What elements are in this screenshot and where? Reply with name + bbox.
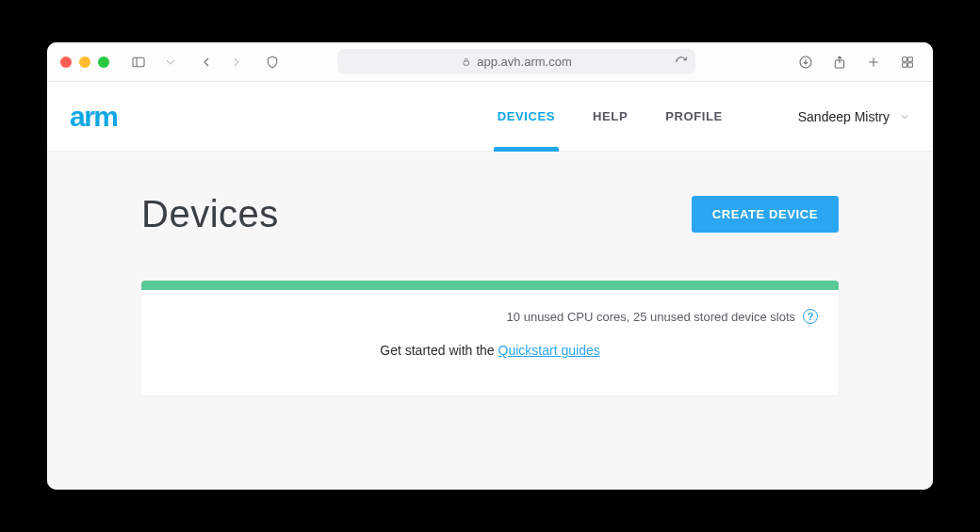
page-content: Devices CREATE DEVICE 10 unused CPU core… bbox=[47, 152, 933, 490]
help-icon[interactable]: ? bbox=[803, 309, 818, 324]
nav-profile[interactable]: PROFILE bbox=[665, 82, 723, 151]
chevron-down-icon bbox=[899, 111, 910, 122]
back-button[interactable] bbox=[194, 50, 219, 74]
app-header: arm DEVICES HELP PROFILE Sandeep Mistry bbox=[47, 82, 933, 152]
quickstart-link[interactable]: Quickstart guides bbox=[498, 343, 600, 358]
svg-rect-9 bbox=[903, 56, 907, 61]
page-header: Devices CREATE DEVICE bbox=[141, 193, 839, 235]
devices-card: 10 unused CPU cores, 25 unused stored de… bbox=[141, 281, 839, 395]
window-controls bbox=[60, 56, 109, 68]
privacy-report-button[interactable] bbox=[260, 50, 285, 74]
user-display-name: Sandeep Mistry bbox=[798, 109, 890, 124]
svg-rect-0 bbox=[133, 57, 144, 66]
top-nav: DEVICES HELP PROFILE Sandeep Mistry bbox=[498, 82, 910, 151]
address-bar[interactable]: app.avh.arm.com bbox=[337, 49, 695, 74]
usage-summary: 10 unused CPU cores, 25 unused stored de… bbox=[162, 309, 818, 324]
new-tab-button[interactable] bbox=[861, 50, 886, 74]
getting-started-prefix: Get started with the bbox=[380, 343, 498, 358]
nav-devices[interactable]: DEVICES bbox=[498, 82, 555, 151]
downloads-button[interactable] bbox=[793, 50, 818, 74]
usage-text: 10 unused CPU cores, 25 unused stored de… bbox=[507, 310, 795, 324]
svg-rect-11 bbox=[903, 62, 907, 67]
sidebar-dropdown-icon[interactable] bbox=[158, 50, 183, 74]
arm-logo[interactable]: arm bbox=[70, 101, 118, 133]
browser-toolbar: app.avh.arm.com bbox=[47, 42, 933, 82]
getting-started-text: Get started with the Quickstart guides bbox=[162, 343, 818, 358]
minimize-window-button[interactable] bbox=[79, 56, 90, 68]
maximize-window-button[interactable] bbox=[98, 56, 109, 68]
share-button[interactable] bbox=[827, 50, 852, 74]
address-bar-text: app.avh.arm.com bbox=[477, 55, 571, 69]
nav-help[interactable]: HELP bbox=[593, 82, 628, 151]
lock-icon bbox=[461, 56, 471, 67]
reload-icon[interactable] bbox=[675, 56, 688, 69]
tabs-overview-button[interactable] bbox=[895, 50, 920, 74]
close-window-button[interactable] bbox=[60, 56, 72, 68]
svg-rect-10 bbox=[908, 56, 913, 61]
forward-button[interactable] bbox=[224, 50, 249, 74]
sidebar-toggle-button[interactable] bbox=[126, 50, 151, 74]
page-title: Devices bbox=[141, 193, 279, 235]
svg-rect-12 bbox=[908, 62, 913, 67]
browser-window: app.avh.arm.com arm DEVICES HELP PROFILE bbox=[47, 42, 933, 490]
create-device-button[interactable]: CREATE DEVICE bbox=[692, 196, 839, 233]
svg-rect-2 bbox=[464, 61, 469, 65]
user-menu[interactable]: Sandeep Mistry bbox=[798, 109, 910, 124]
